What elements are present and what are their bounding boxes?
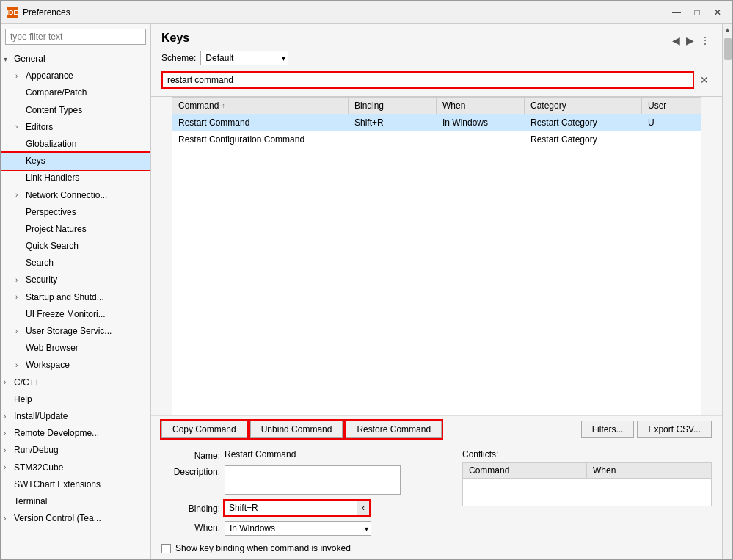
close-button[interactable]: ✕: [709, 5, 726, 20]
sidebar-item-install-update[interactable]: ›Install/Update: [1, 408, 150, 425]
sidebar-item-remote-development[interactable]: ›Remote Developme...: [1, 425, 150, 442]
sidebar-item-terminal[interactable]: Terminal: [1, 493, 150, 510]
sidebar-item-security[interactable]: ›Security: [1, 272, 150, 288]
sidebar-item-network-connections[interactable]: ›Network Connectio...: [1, 187, 150, 204]
sidebar-item-help[interactable]: Help: [1, 391, 150, 408]
sidebar-item-search[interactable]: Search: [1, 255, 150, 272]
binding-input[interactable]: [225, 501, 357, 515]
tree-arrow-user-storage: ›: [15, 326, 26, 338]
table-header: Command ↑ Binding When Cat: [172, 98, 701, 114]
sidebar-item-project-natures[interactable]: Project Natures: [1, 221, 150, 238]
scroll-thumb[interactable]: [724, 38, 732, 60]
sidebar-item-ui-freeze[interactable]: UI Freeze Monitori...: [1, 306, 150, 323]
tree: ▾General›AppearanceCompare/PatchContent …: [1, 49, 150, 559]
search-clear-button[interactable]: ✕: [697, 74, 712, 86]
tree-arrow-install-update: ›: [4, 411, 14, 423]
sidebar-item-label-content-types: Content Types: [26, 103, 82, 117]
binding-arrow-button[interactable]: ‹: [357, 501, 369, 515]
sidebar-item-quick-search[interactable]: Quick Search: [1, 238, 150, 255]
sidebar-item-run-debug[interactable]: ›Run/Debug: [1, 442, 150, 459]
description-row: Description:: [161, 465, 451, 495]
sidebar-item-label-editors: Editors: [26, 120, 53, 134]
minimize-button[interactable]: —: [668, 5, 685, 20]
table-body: Restart CommandShift+RIn WindowsRestart …: [172, 114, 701, 415]
table-row[interactable]: Restart Configuration CommandRestart Cat…: [172, 131, 701, 148]
show-binding-checkbox[interactable]: [161, 544, 171, 553]
conflicts-table-header: Command When: [463, 463, 711, 479]
table-cell-4: U: [642, 114, 686, 131]
tree-arrow-appearance: ›: [15, 70, 26, 82]
name-value: Restart Command: [225, 449, 296, 459]
conflicts-header-command: Command: [463, 463, 587, 478]
sidebar-item-link-handlers[interactable]: Link Handlers: [1, 170, 150, 186]
details-section: Name: Restart Command Description: Bindi…: [151, 443, 722, 559]
sidebar-item-workspace[interactable]: ›Workspace: [1, 357, 150, 374]
binding-label: Binding:: [161, 502, 220, 514]
sidebar-item-appearance[interactable]: ›Appearance: [1, 68, 150, 84]
when-select-wrapper: In Windows: [225, 521, 371, 536]
show-binding-row: Show key binding when command is invoked: [161, 543, 451, 553]
maximize-button[interactable]: □: [688, 5, 706, 20]
when-select[interactable]: In Windows: [225, 521, 371, 536]
tree-arrow-version-control: ›: [4, 513, 14, 525]
table-cell-2: [437, 131, 525, 148]
sidebar-item-cpp[interactable]: ›C/C++: [1, 374, 150, 391]
tree-arrow-remote-development: ›: [4, 428, 14, 440]
scheme-row: Scheme: Default: [161, 51, 712, 65]
details-left: Name: Restart Command Description: Bindi…: [161, 449, 451, 553]
sidebar-item-user-storage[interactable]: ›User Storage Servic...: [1, 323, 150, 340]
sidebar-item-keys[interactable]: Keys: [1, 153, 150, 170]
search-input[interactable]: [161, 71, 694, 89]
table-cell-0: Restart Configuration Command: [172, 131, 349, 148]
vertical-scrollbar[interactable]: ▲: [722, 24, 732, 559]
tree-arrow-general: ▾: [4, 54, 14, 65]
nav-menu-button[interactable]: ⋮: [699, 33, 712, 48]
sidebar-item-label-quick-search: Quick Search: [26, 239, 79, 253]
sidebar-item-perspectives[interactable]: Perspectives: [1, 204, 150, 221]
button-row: Copy Command Unbind Command Restore Comm…: [151, 415, 722, 443]
tree-arrow-stm32cube: ›: [4, 462, 14, 473]
main-content: ▾General›AppearanceCompare/PatchContent …: [1, 24, 732, 559]
name-label: Name:: [161, 449, 220, 461]
sidebar-item-web-browser[interactable]: Web Browser: [1, 340, 150, 357]
sidebar-item-stm32cube[interactable]: ›STM32Cube: [1, 459, 150, 476]
name-row: Name: Restart Command: [161, 449, 451, 461]
tree-arrow-run-debug: ›: [4, 445, 14, 457]
scheme-select-wrapper: Default: [200, 51, 288, 65]
table-cell-3: Restart Category: [525, 131, 642, 148]
preferences-window: IDE Preferences — □ ✕ ▾General›Appearanc…: [0, 0, 733, 560]
unbind-command-button[interactable]: Unbind Command: [250, 421, 343, 438]
sidebar-item-startup-shutdown[interactable]: ›Startup and Shutd...: [1, 289, 150, 306]
conflicts-label: Conflicts:: [462, 449, 712, 459]
sidebar-item-editors[interactable]: ›Editors: [1, 119, 150, 136]
tree-arrow-network-connections: ›: [15, 189, 26, 201]
scroll-up-arrow[interactable]: ▲: [723, 24, 732, 35]
copy-command-button[interactable]: Copy Command: [161, 421, 247, 438]
tree-arrow-security: ›: [15, 274, 26, 286]
sidebar-item-version-control[interactable]: ›Version Control (Tea...: [1, 510, 150, 527]
nav-forward-button[interactable]: ▶: [685, 33, 696, 48]
filter-input[interactable]: [5, 29, 146, 45]
restore-command-button[interactable]: Restore Command: [346, 421, 442, 438]
export-csv-button[interactable]: Export CSV...: [637, 421, 712, 438]
header-binding: Binding: [349, 98, 437, 114]
sidebar-item-swtchart[interactable]: SWTChart Extensions: [1, 476, 150, 493]
table-cell-0: Restart Command: [172, 114, 349, 131]
conflicts-header-when: When: [587, 463, 711, 478]
tree-arrow-cpp: ›: [4, 377, 14, 388]
filters-button[interactable]: Filters...: [581, 421, 635, 438]
sidebar-item-label-keys: Keys: [26, 154, 45, 168]
nav-back-button[interactable]: ◀: [671, 33, 682, 48]
sidebar-item-general[interactable]: ▾General: [1, 51, 150, 68]
sidebar-item-compare-patch[interactable]: Compare/Patch: [1, 84, 150, 101]
table-cell-4: [642, 131, 686, 148]
when-label: When:: [161, 521, 220, 533]
table-cell-3: Restart Category: [525, 114, 642, 131]
sidebar-item-label-security: Security: [26, 273, 57, 287]
sidebar-item-content-types[interactable]: Content Types: [1, 102, 150, 119]
scheme-select[interactable]: Default: [200, 51, 288, 65]
sidebar-item-globalization[interactable]: Globalization: [1, 136, 150, 153]
table-row[interactable]: Restart CommandShift+RIn WindowsRestart …: [172, 114, 701, 131]
content-header: Keys ◀ ▶ ⋮ Scheme: Default: [151, 24, 722, 97]
description-input[interactable]: [225, 465, 401, 495]
